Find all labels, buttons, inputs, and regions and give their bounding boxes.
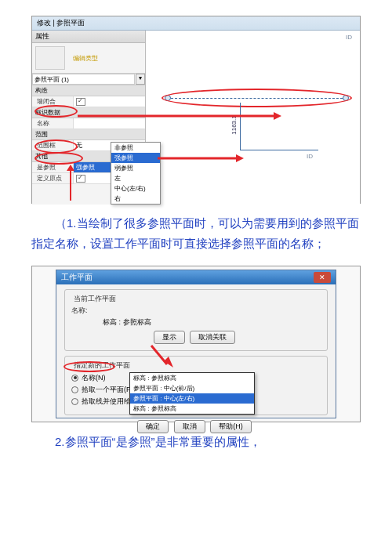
option-pick-label: 拾取一个平面(P) — [82, 385, 133, 395]
radio-icon[interactable] — [71, 375, 78, 382]
prop-value-name[interactable] — [73, 118, 145, 129]
prop-group-iddata: 标识数据 — [32, 107, 145, 118]
edit-type-label[interactable]: 编辑类型 — [73, 54, 98, 63]
checkbox-icon[interactable] — [76, 98, 85, 106]
dropdown-item[interactable]: 弱参照 — [111, 163, 160, 173]
screenshot-properties-panel: 修改 | 参照平面 属性 编辑类型 ▾ 构造 墙闭合 标识数据 名称 范围 — [31, 16, 361, 204]
dropdown-item[interactable]: 右 — [111, 194, 160, 204]
dimension-value: 1163.1 — [230, 115, 238, 134]
dropdown-item-selected[interactable]: 强参照 — [111, 153, 160, 163]
window-title: 修改 | 参照平面 — [32, 16, 360, 31]
dissociate-button[interactable]: 取消关联 — [190, 331, 235, 344]
prop-group-construct: 构造 — [32, 85, 145, 96]
cancel-button[interactable]: 取消 — [174, 420, 205, 433]
prop-row-wallclosure: 墙闭合 — [32, 96, 145, 107]
explanation-paragraph-1: （1.当绘制了很多参照平面时，可以为需要用到的参照平面指定名称，设置工作平面时可… — [31, 213, 361, 253]
prop-label: 墙闭合 — [32, 97, 73, 106]
dimension-horizontal — [240, 150, 318, 150]
drawing-canvas: ID 1163.1 ID — [146, 31, 360, 205]
instance-selector[interactable] — [32, 74, 135, 85]
dropdown-item[interactable]: 非参照 — [111, 143, 160, 153]
show-button[interactable]: 显示 — [154, 331, 185, 344]
screenshot-workplane-dialog: 工作平面 ✕ 当前工作平面 名称: 标高 : 参照标高 显示 取消关联 指定新的… — [31, 266, 361, 422]
reference-plane-graphic — [162, 93, 352, 103]
annotation-arrow-up — [70, 169, 71, 201]
radio-icon[interactable] — [71, 386, 78, 393]
chevron-down-icon[interactable]: ▾ — [136, 74, 145, 85]
prop-label: 范围框 — [32, 141, 73, 150]
prop-value-checkbox[interactable] — [73, 96, 145, 107]
radio-icon[interactable] — [71, 398, 78, 405]
type-thumbnail — [35, 46, 65, 70]
dialog-workplane: 工作平面 ✕ 当前工作平面 名称: 标高 : 参照标高 显示 取消关联 指定新的… — [56, 270, 336, 418]
id-label: ID — [346, 34, 352, 41]
prop-label-name: 名称 — [32, 119, 73, 128]
dialog-title-text: 工作平面 — [61, 272, 93, 283]
dialog-button-row: 确定 取消 帮助(H) — [64, 420, 328, 433]
fieldset-current-plane: 当前工作平面 名称: 标高 : 参照标高 显示 取消关联 — [64, 289, 328, 351]
help-button[interactable]: 帮助(H) — [210, 420, 252, 433]
prop-row-name: 名称 — [32, 118, 145, 129]
endpoint-left-icon — [165, 95, 171, 101]
dashed-line — [171, 98, 343, 99]
dropdown-item[interactable]: 中心(左/右) — [111, 183, 160, 194]
svg-marker-5 — [164, 357, 173, 368]
close-icon[interactable]: ✕ — [314, 272, 331, 283]
name-combo-dropdown[interactable]: 标高 : 参照标高 参照平面 : 中心(前/后) 参照平面 : 中心(左/右) … — [129, 372, 255, 415]
fieldset-label: 当前工作平面 — [71, 294, 118, 304]
properties-header: 属性 — [32, 31, 145, 43]
endpoint-right-icon — [343, 95, 349, 101]
dialog-titlebar: 工作平面 ✕ — [56, 270, 336, 284]
dropdown-item-highlighted[interactable]: 参照平面 : 中心(左/右) — [130, 393, 254, 404]
checkbox-icon[interactable] — [76, 175, 85, 183]
ok-button[interactable]: 确定 — [137, 420, 169, 433]
dropdown-item[interactable]: 左 — [111, 173, 160, 183]
option-pickline-label: 拾取线并使用绘 — [82, 396, 131, 407]
fieldset-new-plane: 指定新的工作平面 名称(N) 标高 : 参照标高 拾取一个平面(P) 拾取线并使… — [64, 356, 328, 415]
name-key: 名称: — [71, 306, 103, 316]
prop-label-deforigin: 定义原点 — [32, 174, 73, 183]
fieldset-label: 指定新的工作平面 — [71, 360, 132, 371]
dropdown-item[interactable]: 参照平面 : 中心(前/后) — [130, 383, 254, 393]
id-label: ID — [307, 153, 313, 160]
isref-dropdown[interactable]: 非参照 强参照 弱参照 左 中心(左/右) 右 — [111, 142, 161, 205]
dropdown-item[interactable]: 标高 : 参照标高 — [130, 404, 254, 414]
name-value: 标高 : 参照标高 — [103, 317, 151, 328]
dimension-vertical — [240, 103, 241, 150]
dropdown-item[interactable]: 标高 : 参照标高 — [130, 373, 254, 383]
option-name-label: 名称(N) — [82, 373, 136, 383]
prop-group-extent: 范围 — [32, 129, 145, 140]
